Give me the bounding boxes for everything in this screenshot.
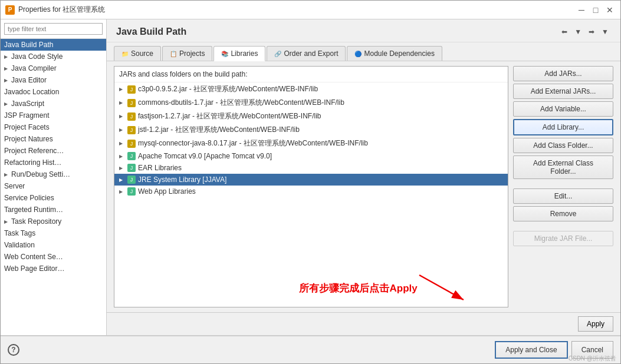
back-button[interactable]: ⬅ [559,27,570,37]
forward-button[interactable]: ➡ [586,27,597,37]
footer-right: Apply and Close Cancel [495,341,613,359]
item-icon: J [127,126,136,134]
tab-source[interactable]: 📁Source [114,46,161,61]
help-button[interactable]: ? [8,344,19,356]
tree-item[interactable]: ▶ J JRE System Library [JJAVA] [114,174,508,186]
tab-label: Projects [179,49,205,58]
tree-item[interactable]: ▶ J fastjson-1.2.7.jar - 社区管理系统/WebConte… [114,110,508,123]
sidebar-item-java-compiler[interactable]: Java Compiler [1,62,106,74]
sidebar-item-label: Refactoring Hist… [4,158,61,167]
panel-title: Java Build Path [116,27,186,37]
sidebar-item-web-content-se-[interactable]: Web Content Se… [1,251,106,263]
tab-module-dependencies[interactable]: 🔵Module Dependencies [347,46,442,61]
sidebar-item-label: Project Referenc… [4,147,64,155]
sidebar-item-java-code-style[interactable]: Java Code Style [1,51,106,62]
sidebar-item-javascript[interactable]: JavaScript [1,98,106,110]
action-btn-add-jars---[interactable]: Add JARs... [513,66,613,81]
sidebar-item-service-policies[interactable]: Service Policies [1,192,106,204]
action-btn-edit---[interactable]: Edit... [513,188,613,204]
tab-order-and-export[interactable]: 🔗Order and Export [267,46,346,61]
annotation-text: 所有步骤完成后点击Apply [299,282,417,295]
tree-area: ▶ J c3p0-0.9.5.2.jar - 社区管理系统/WebContent… [114,82,508,260]
properties-dialog: P Properties for 社区管理系统 ─ □ ✕ Java Build… [0,0,621,364]
button-separator [513,181,613,186]
content-area: JARs and class folders on the build path… [114,66,508,307]
action-btn-add-variable---[interactable]: Add Variable... [513,101,613,117]
tree-item[interactable]: ▶ J c3p0-0.9.5.2.jar - 社区管理系统/WebContent… [114,82,508,96]
sidebar-item-web-page-editor-[interactable]: Web Page Editor… [1,263,106,274]
right-panel: Java Build Path ⬅ ▼ ➡ ▼ 📁Source📋Projects… [107,19,620,335]
item-icon: J [127,152,136,160]
sidebar-item-refactoring-hist-[interactable]: Refactoring Hist… [1,157,106,168]
sidebar-item-jsp-fragment[interactable]: JSP Fragment [1,110,106,121]
nav-dropdown-button[interactable]: ▼ [572,27,584,37]
action-buttons-panel: Add JARs...Add External JARs...Add Varia… [513,66,613,307]
tree-item-label: EAR Libraries [138,164,182,172]
sidebar-item-project-referenc-[interactable]: Project Referenc… [1,145,106,157]
sidebar-item-javadoc-location[interactable]: Javadoc Location [1,86,106,98]
sidebar-item-label: Task Repository [11,217,61,226]
tree-item[interactable]: ▶ J EAR Libraries [114,162,508,174]
tab-projects[interactable]: 📋Projects [162,46,212,61]
sidebar-item-task-repository[interactable]: Task Repository [1,216,106,227]
svg-line-1 [419,275,464,300]
action-btn-add-class-folder---[interactable]: Add Class Folder... [513,138,613,153]
sidebar-item-java-build-path[interactable]: Java Build Path [1,39,106,51]
sidebar-item-validation[interactable]: Validation [1,239,106,251]
action-btn-add-external-class-folder---[interactable]: Add External Class Folder... [513,155,613,179]
expand-arrow-icon: ▶ [119,141,125,146]
minimize-button[interactable]: ─ [576,4,587,16]
item-icon: J [127,164,136,172]
action-btn-migrate-jar-file---: Migrate JAR File... [513,231,613,246]
cancel-button[interactable]: Cancel [571,341,613,359]
tree-item-label: jstl-1.2.jar - 社区管理系统/WebContent/WEB-INF… [138,125,300,135]
apply-button[interactable]: Apply [578,316,613,332]
sidebar-item-java-editor[interactable]: Java Editor [1,74,106,86]
tree-item-label: Web App Libraries [138,187,196,196]
content-description: JARs and class folders on the build path… [114,67,508,82]
apply-and-close-button[interactable]: Apply and Close [495,341,567,359]
sidebar-item-label: Targeted Runtim… [4,206,63,214]
sidebar-item-label: Web Page Editor… [4,264,65,273]
tree-item-label: Apache Tomcat v9.0 [Apache Tomcat v9.0] [138,152,272,160]
tree-item-label: commons-dbutils-1.7.jar - 社区管理系统/WebCont… [138,98,344,108]
sidebar-item-server[interactable]: Server [1,180,106,192]
tab-icon-order and export: 🔗 [274,51,281,57]
expand-arrow-icon: ▶ [119,87,125,92]
sidebar-item-targeted-runtim-[interactable]: Targeted Runtim… [1,204,106,216]
panel-header: Java Build Path ⬅ ▼ ➡ ▼ [107,19,620,42]
tree-item[interactable]: ▶ J Web App Libraries [114,186,508,197]
filter-input[interactable] [4,23,103,35]
sidebar-item-label: Run/Debug Setti… [11,170,70,178]
nav-dropdown2-button[interactable]: ▼ [599,27,611,37]
action-btn-remove[interactable]: Remove [513,206,613,221]
sidebar-item-task-tags[interactable]: Task Tags [1,227,106,239]
sidebar-item-project-natures[interactable]: Project Natures [1,133,106,145]
sidebar-item-label: Service Policies [4,194,54,202]
sidebar-item-label: JavaScript [11,100,44,108]
tree-item[interactable]: ▶ J jstl-1.2.jar - 社区管理系统/WebContent/WEB… [114,123,508,137]
sidebar-item-label: Java Editor [11,76,47,84]
sidebar-item-project-facets[interactable]: Project Facets [1,121,106,133]
sidebar-item-run-debug-setti-[interactable]: Run/Debug Setti… [1,168,106,180]
maximize-button[interactable]: □ [590,4,602,16]
sidebar-item-label: Validation [4,241,35,249]
sidebar-item-label: Project Natures [4,135,53,143]
tree-item[interactable]: ▶ J mysql-connector-java-8.0.17.jar - 社区… [114,137,508,150]
sidebar-item-label: Server [4,182,25,190]
tree-item[interactable]: ▶ J Apache Tomcat v9.0 [Apache Tomcat v9… [114,150,508,162]
action-btn-add-library---[interactable]: Add Library... [513,119,613,135]
action-btn-add-external-jars---[interactable]: Add External JARs... [513,84,613,99]
sidebar-item-label: Java Code Style [11,52,63,61]
sidebar-item-label: Task Tags [4,229,35,237]
tab-label: Order and Export [284,49,338,58]
panel-navigation: ⬅ ▼ ➡ ▼ [559,27,611,37]
tree-item[interactable]: ▶ J commons-dbutils-1.7.jar - 社区管理系统/Web… [114,96,508,110]
bottom-bar: Apply [107,312,620,335]
tab-libraries[interactable]: 📚Libraries [213,46,265,61]
close-button[interactable]: ✕ [604,4,616,16]
sidebar: Java Build PathJava Code StyleJava Compi… [1,19,107,335]
sidebar-item-label: Java Compiler [11,64,57,72]
window-icon: P [5,5,15,15]
expand-arrow-icon: ▶ [119,189,125,194]
